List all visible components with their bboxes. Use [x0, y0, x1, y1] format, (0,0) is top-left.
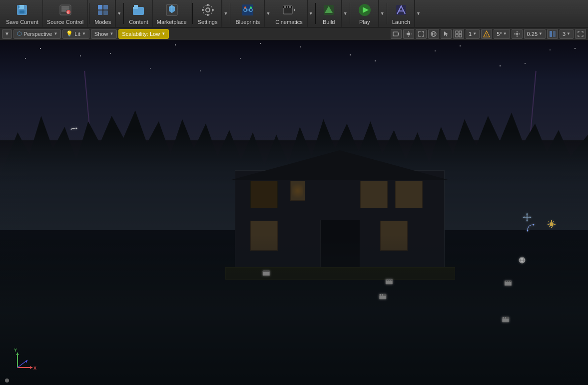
svg-rect-8: [61, 10, 66, 11]
marketplace-icon: [164, 2, 180, 18]
modes-arrow[interactable]: ▼: [115, 0, 122, 27]
save-current-label: Save Current: [6, 19, 38, 25]
perspective-arrow: ▼: [53, 31, 57, 36]
launch-button[interactable]: Launch: [388, 0, 415, 27]
show-button[interactable]: Show ▼: [91, 29, 117, 39]
modes-label: Modes: [94, 19, 111, 25]
show-arrow: ▼: [109, 31, 113, 36]
lit-arrow: ▼: [82, 31, 86, 36]
clapboard-icon-1[interactable]: [261, 268, 271, 278]
cinematics-arrow[interactable]: ▼: [307, 0, 314, 27]
vp-sun-icon-btn[interactable]: [403, 29, 414, 39]
lit-icon: 💡: [66, 30, 73, 37]
launch-icon: [393, 2, 409, 18]
source-control-icon: X: [57, 2, 73, 18]
play-arrow[interactable]: ▼: [379, 0, 386, 27]
vp-globe-icon-btn[interactable]: [428, 29, 439, 39]
svg-text:Y: Y: [14, 348, 17, 353]
grid-value-label: 1: [469, 31, 472, 37]
sphere-light-icon[interactable]: [517, 255, 527, 265]
vp-expand-icon-btn[interactable]: [416, 29, 427, 39]
grid-count-arrow: ▼: [567, 31, 571, 36]
play-label: Play: [359, 19, 370, 25]
source-control-label: Source Control: [47, 19, 83, 25]
settings-button[interactable]: Settings: [194, 0, 222, 27]
svg-line-107: [553, 226, 554, 227]
clapboard-icon-2[interactable]: [384, 276, 394, 286]
play-icon: [357, 2, 373, 18]
svg-rect-35: [289, 6, 291, 7]
save-current-button[interactable]: Save Current: [2, 0, 43, 27]
house-window-4: [395, 181, 423, 208]
scale-value-arrow: ▼: [539, 31, 543, 36]
build-button[interactable]: Build: [317, 0, 342, 27]
viewport-dropdown-btn[interactable]: ▼: [2, 29, 12, 39]
svg-rect-1: [19, 5, 24, 9]
svg-marker-97: [523, 216, 525, 218]
arc-gizmo-icon[interactable]: [525, 222, 537, 234]
separator-7: [387, 3, 387, 24]
vp-snap-icon-btn[interactable]: [547, 29, 558, 39]
cinematics-button[interactable]: Cinematics: [271, 0, 307, 27]
launch-arrow[interactable]: ▼: [415, 0, 422, 27]
build-icon: [321, 2, 337, 18]
svg-rect-34: [287, 6, 288, 7]
vp-angle-value-btn[interactable]: 5° ▼: [494, 29, 510, 39]
svg-point-109: [533, 224, 535, 226]
angle-value-arrow: ▼: [503, 31, 507, 36]
axis-indicator: X Y: [12, 345, 42, 375]
clapboard-icon-4[interactable]: [503, 278, 513, 288]
svg-point-30: [250, 6, 252, 8]
vp-grid-icon-btn[interactable]: [453, 29, 464, 39]
angle-value-label: 5°: [497, 31, 502, 37]
content-button[interactable]: Content: [125, 0, 153, 27]
separator-3: [192, 3, 193, 24]
vp-grid-value-btn[interactable]: 1 ▼: [466, 29, 480, 39]
vp-fullscreen-icon-btn[interactable]: [575, 29, 586, 39]
separator-2: [123, 3, 124, 24]
blueprints-button[interactable]: Blueprints: [231, 0, 264, 27]
svg-text:X: X: [67, 11, 69, 14]
marketplace-button[interactable]: Marketplace: [153, 0, 191, 27]
blueprints-arrow[interactable]: ▼: [264, 0, 271, 27]
clapboard-icon-5[interactable]: [501, 314, 511, 324]
svg-marker-36: [294, 8, 295, 12]
svg-point-24: [212, 9, 214, 11]
clapboard-icon-3[interactable]: [378, 291, 388, 301]
build-arrow[interactable]: ▼: [342, 0, 349, 27]
content-icon: [130, 2, 146, 18]
gizmo-arrows-icon[interactable]: [522, 212, 532, 222]
svg-marker-114: [16, 353, 19, 355]
vp-warning-icon-btn[interactable]: !: [481, 29, 492, 39]
lit-button[interactable]: 💡 Lit ▼: [62, 29, 89, 39]
source-control-button[interactable]: X Source Control: [43, 0, 88, 27]
svg-line-106: [549, 226, 550, 227]
vp-scale-value-btn[interactable]: 0.25 ▼: [524, 29, 546, 39]
separator-1: [89, 3, 89, 24]
svg-point-29: [244, 6, 246, 8]
svg-rect-56: [459, 34, 462, 37]
perspective-label: Perspective: [23, 31, 52, 37]
play-button[interactable]: Play: [351, 0, 379, 27]
settings-arrow[interactable]: ▼: [222, 0, 229, 27]
vp-scale-icon-btn[interactable]: [512, 29, 523, 39]
svg-point-44: [407, 32, 410, 35]
actor-bird-icon[interactable]: [69, 124, 79, 134]
separator-4: [230, 3, 230, 24]
vp-camera-icon-btn[interactable]: [391, 29, 402, 39]
scale-value-label: 0.25: [527, 31, 538, 37]
cinematics-label: Cinematics: [275, 19, 302, 25]
svg-point-21: [207, 4, 209, 6]
modes-button[interactable]: Modes: [90, 0, 115, 27]
viewport-3d[interactable]: X Y: [0, 40, 588, 385]
perspective-button[interactable]: ⬡ Perspective ▼: [13, 29, 61, 39]
scalability-button[interactable]: Scalability: Low ▼: [118, 29, 169, 39]
svg-rect-53: [456, 31, 458, 33]
cinematics-icon: [281, 2, 297, 18]
svg-text:X: X: [33, 366, 36, 371]
vp-cursor-icon-btn[interactable]: [441, 29, 452, 39]
vp-grid-count-btn[interactable]: 3 ▼: [560, 29, 574, 39]
grid-count-label: 3: [563, 31, 566, 37]
light-gizmo-icon[interactable]: [547, 219, 557, 229]
svg-line-104: [549, 221, 550, 222]
